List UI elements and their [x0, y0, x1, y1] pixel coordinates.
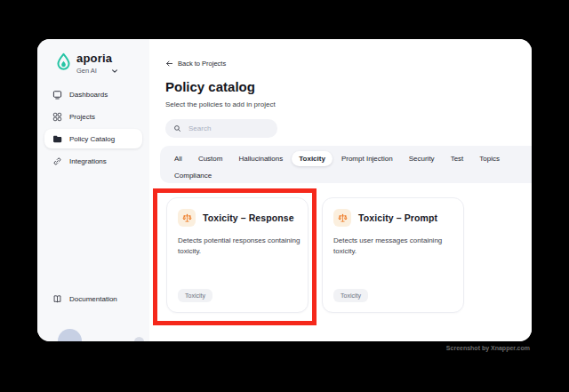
card-description: Detects user messages containing toxicit…	[333, 236, 456, 257]
card-title: Toxicity – Response	[203, 212, 294, 223]
sidebar-item-projects[interactable]: Projects	[44, 107, 142, 126]
sidebar: aporia Gen AI	[37, 39, 149, 341]
sidebar-item-label: Projects	[69, 113, 95, 121]
back-link-label: Back to Projects	[178, 60, 226, 68]
sidebar-nav: Dashboards Projects	[44, 84, 142, 171]
app-window: aporia Gen AI	[37, 39, 532, 341]
tab-compliance[interactable]: Compliance	[167, 168, 219, 183]
policy-cards: Toxicity – Response Detects potential re…	[166, 197, 464, 313]
tab-custom[interactable]: Custom	[191, 151, 230, 166]
screenshot-frame: aporia Gen AI	[0, 0, 569, 392]
sidebar-item-label: Policy Catalog	[69, 135, 115, 143]
card-header: Toxicity – Response	[178, 209, 297, 227]
sidebar-item-label: Integrations	[69, 157, 107, 165]
page-title: Policy catalog	[165, 79, 255, 94]
back-to-projects-link[interactable]: Back to Projects	[165, 60, 226, 68]
workspace-name: Gen AI	[76, 67, 97, 75]
watermark-text: Screenshot by Xnapper.com	[446, 345, 530, 351]
policy-card-toxicity-response[interactable]: Toxicity – Response Detects potential re…	[166, 197, 309, 313]
search-input[interactable]	[187, 124, 269, 133]
search-icon	[173, 124, 181, 132]
sidebar-item-label: Dashboards	[69, 91, 108, 99]
search-box[interactable]	[165, 119, 277, 138]
book-icon	[52, 294, 62, 304]
sidebar-item-policy-catalog[interactable]: Policy Catalog	[44, 129, 142, 148]
filter-tabs: All Custom Hallucinations Toxicity Promp…	[160, 146, 532, 183]
workspace-switcher[interactable]: aporia Gen AI	[56, 52, 149, 75]
scales-icon	[333, 209, 351, 227]
tab-security[interactable]: Security	[402, 151, 442, 166]
page-subtitle: Select the policies to add in project	[165, 100, 276, 108]
sidebar-item-dashboards[interactable]: Dashboards	[44, 84, 142, 104]
scales-icon	[178, 209, 196, 227]
grid-icon	[52, 112, 62, 122]
card-tag: Toxicity	[178, 289, 212, 302]
arrow-left-icon	[165, 60, 173, 68]
card-title: Toxicity – Prompt	[358, 212, 437, 223]
card-tag: Toxicity	[333, 289, 368, 302]
tab-prompt-injection[interactable]: Prompt Injection	[334, 151, 400, 166]
tab-hallucinations[interactable]: Hallucinations	[231, 151, 290, 166]
folder-icon	[52, 134, 62, 144]
avatar-secondary	[134, 337, 144, 341]
card-header: Toxicity – Prompt	[333, 209, 453, 227]
tab-all[interactable]: All	[167, 151, 189, 166]
sidebar-footer-label: Documentation	[69, 295, 117, 303]
sidebar-item-integrations[interactable]: Integrations	[44, 151, 142, 171]
avatar[interactable]	[58, 329, 82, 341]
tab-topics[interactable]: Topics	[472, 151, 507, 166]
link-icon	[52, 156, 62, 166]
aporia-logo-icon	[56, 52, 71, 71]
brand-name: aporia	[76, 52, 118, 65]
dashboard-icon	[52, 90, 62, 100]
main-content: Back to Projects Policy catalog Select t…	[149, 39, 532, 341]
tab-test[interactable]: Test	[444, 151, 471, 166]
policy-card-toxicity-prompt[interactable]: Toxicity – Prompt Detects user messages …	[322, 197, 464, 313]
chevron-down-icon	[111, 68, 118, 75]
sidebar-item-documentation[interactable]: Documentation	[52, 294, 117, 304]
card-description: Detects potential responses containing t…	[178, 236, 301, 257]
tab-toxicity[interactable]: Toxicity	[292, 151, 333, 166]
